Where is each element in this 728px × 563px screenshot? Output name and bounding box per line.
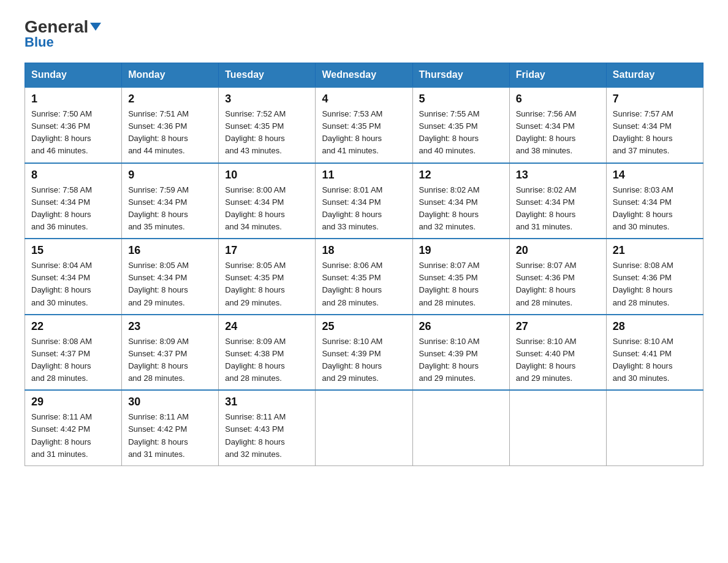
calendar-cell: 31 Sunrise: 8:11 AMSunset: 4:43 PMDaylig… [219, 390, 316, 465]
calendar-week-2: 8 Sunrise: 7:58 AMSunset: 4:34 PMDayligh… [25, 163, 703, 239]
calendar-cell: 1 Sunrise: 7:50 AMSunset: 4:36 PMDayligh… [25, 87, 122, 163]
day-number: 1 [31, 93, 115, 105]
day-info: Sunrise: 8:00 AMSunset: 4:34 PMDaylight:… [225, 185, 286, 231]
calendar-cell [606, 390, 703, 465]
day-info: Sunrise: 8:01 AMSunset: 4:34 PMDaylight:… [322, 185, 382, 231]
day-info: Sunrise: 8:10 AMSunset: 4:41 PMDaylight:… [613, 337, 673, 383]
calendar-cell [316, 390, 412, 465]
day-info: Sunrise: 8:02 AMSunset: 4:34 PMDaylight:… [516, 185, 577, 231]
calendar-cell: 26 Sunrise: 8:10 AMSunset: 4:39 PMDaylig… [412, 315, 509, 391]
day-number: 4 [322, 93, 406, 105]
day-number: 18 [322, 244, 406, 257]
calendar-cell: 3 Sunrise: 7:52 AMSunset: 4:35 PMDayligh… [219, 87, 316, 163]
calendar-cell: 17 Sunrise: 8:05 AMSunset: 4:35 PMDaylig… [219, 239, 316, 315]
day-info: Sunrise: 8:07 AMSunset: 4:36 PMDaylight:… [516, 261, 577, 307]
calendar-week-3: 15 Sunrise: 8:04 AMSunset: 4:34 PMDaylig… [25, 239, 703, 315]
day-number: 16 [128, 244, 212, 257]
calendar-cell: 21 Sunrise: 8:08 AMSunset: 4:36 PMDaylig… [606, 239, 703, 315]
day-info: Sunrise: 7:55 AMSunset: 4:35 PMDaylight:… [419, 109, 480, 155]
day-info: Sunrise: 7:58 AMSunset: 4:34 PMDaylight:… [31, 185, 92, 231]
calendar-week-1: 1 Sunrise: 7:50 AMSunset: 4:36 PMDayligh… [25, 87, 703, 163]
day-info: Sunrise: 8:05 AMSunset: 4:35 PMDaylight:… [225, 261, 286, 307]
day-number: 21 [613, 244, 697, 257]
calendar-cell: 24 Sunrise: 8:09 AMSunset: 4:38 PMDaylig… [219, 315, 316, 391]
day-number: 19 [419, 244, 503, 257]
day-number: 2 [128, 93, 212, 105]
day-number: 25 [322, 320, 406, 333]
day-info: Sunrise: 7:59 AMSunset: 4:34 PMDaylight:… [128, 185, 189, 231]
day-number: 30 [128, 396, 212, 408]
day-info: Sunrise: 8:07 AMSunset: 4:35 PMDaylight:… [419, 261, 480, 307]
calendar-cell: 8 Sunrise: 7:58 AMSunset: 4:34 PMDayligh… [25, 163, 122, 239]
day-info: Sunrise: 8:09 AMSunset: 4:38 PMDaylight:… [225, 337, 286, 383]
weekday-header-wednesday: Wednesday [316, 63, 412, 88]
calendar-cell: 4 Sunrise: 7:53 AMSunset: 4:35 PMDayligh… [316, 87, 412, 163]
weekday-header-thursday: Thursday [412, 63, 509, 88]
calendar-cell: 7 Sunrise: 7:57 AMSunset: 4:34 PMDayligh… [606, 87, 703, 163]
calendar-cell: 22 Sunrise: 8:08 AMSunset: 4:37 PMDaylig… [25, 315, 122, 391]
day-number: 23 [128, 320, 212, 333]
day-info: Sunrise: 8:11 AMSunset: 4:43 PMDaylight:… [225, 412, 286, 458]
day-info: Sunrise: 8:06 AMSunset: 4:35 PMDaylight:… [322, 261, 382, 307]
day-number: 27 [516, 320, 600, 333]
day-number: 13 [516, 169, 600, 182]
day-info: Sunrise: 7:53 AMSunset: 4:35 PMDaylight:… [322, 109, 382, 155]
day-info: Sunrise: 8:10 AMSunset: 4:39 PMDaylight:… [322, 337, 382, 383]
day-number: 29 [31, 396, 115, 408]
day-info: Sunrise: 7:50 AMSunset: 4:36 PMDaylight:… [31, 109, 92, 155]
day-info: Sunrise: 8:04 AMSunset: 4:34 PMDaylight:… [31, 261, 92, 307]
weekday-header-saturday: Saturday [606, 63, 703, 88]
calendar-cell [509, 390, 606, 465]
day-info: Sunrise: 8:11 AMSunset: 4:42 PMDaylight:… [31, 412, 92, 458]
calendar-cell: 16 Sunrise: 8:05 AMSunset: 4:34 PMDaylig… [122, 239, 219, 315]
calendar-cell: 29 Sunrise: 8:11 AMSunset: 4:42 PMDaylig… [25, 390, 122, 465]
logo-blue: Blue [25, 34, 54, 50]
calendar-week-5: 29 Sunrise: 8:11 AMSunset: 4:42 PMDaylig… [25, 390, 703, 465]
day-number: 15 [31, 244, 115, 257]
calendar-cell: 11 Sunrise: 8:01 AMSunset: 4:34 PMDaylig… [316, 163, 412, 239]
day-info: Sunrise: 8:10 AMSunset: 4:39 PMDaylight:… [419, 337, 480, 383]
day-number: 20 [516, 244, 600, 257]
day-info: Sunrise: 7:52 AMSunset: 4:35 PMDaylight:… [225, 109, 286, 155]
calendar-cell: 14 Sunrise: 8:03 AMSunset: 4:34 PMDaylig… [606, 163, 703, 239]
day-info: Sunrise: 8:03 AMSunset: 4:34 PMDaylight:… [613, 185, 673, 231]
day-info: Sunrise: 7:57 AMSunset: 4:34 PMDaylight:… [613, 109, 673, 155]
day-info: Sunrise: 8:05 AMSunset: 4:34 PMDaylight:… [128, 261, 189, 307]
calendar-cell: 12 Sunrise: 8:02 AMSunset: 4:34 PMDaylig… [412, 163, 509, 239]
day-number: 9 [128, 169, 212, 182]
weekday-header-row: SundayMondayTuesdayWednesdayThursdayFrid… [25, 63, 703, 88]
calendar-cell: 19 Sunrise: 8:07 AMSunset: 4:35 PMDaylig… [412, 239, 509, 315]
day-number: 31 [225, 396, 309, 408]
calendar-cell: 5 Sunrise: 7:55 AMSunset: 4:35 PMDayligh… [412, 87, 509, 163]
weekday-header-friday: Friday [509, 63, 606, 88]
calendar-cell [412, 390, 509, 465]
day-info: Sunrise: 7:51 AMSunset: 4:36 PMDaylight:… [128, 109, 189, 155]
calendar-cell: 6 Sunrise: 7:56 AMSunset: 4:34 PMDayligh… [509, 87, 606, 163]
weekday-header-sunday: Sunday [25, 63, 122, 88]
calendar-cell: 27 Sunrise: 8:10 AMSunset: 4:40 PMDaylig… [509, 315, 606, 391]
calendar-cell: 28 Sunrise: 8:10 AMSunset: 4:41 PMDaylig… [606, 315, 703, 391]
logo: General Blue [25, 18, 101, 50]
day-number: 22 [31, 320, 115, 333]
day-info: Sunrise: 7:56 AMSunset: 4:34 PMDaylight:… [516, 109, 577, 155]
day-number: 3 [225, 93, 309, 105]
weekday-header-tuesday: Tuesday [219, 63, 316, 88]
day-info: Sunrise: 8:11 AMSunset: 4:42 PMDaylight:… [128, 412, 189, 458]
day-info: Sunrise: 8:08 AMSunset: 4:37 PMDaylight:… [31, 337, 92, 383]
calendar-cell: 13 Sunrise: 8:02 AMSunset: 4:34 PMDaylig… [509, 163, 606, 239]
day-number: 5 [419, 93, 503, 105]
day-number: 11 [322, 169, 406, 182]
day-number: 26 [419, 320, 503, 333]
calendar-cell: 23 Sunrise: 8:09 AMSunset: 4:37 PMDaylig… [122, 315, 219, 391]
day-number: 12 [419, 169, 503, 182]
day-number: 17 [225, 244, 309, 257]
day-info: Sunrise: 8:10 AMSunset: 4:40 PMDaylight:… [516, 337, 577, 383]
calendar-cell: 15 Sunrise: 8:04 AMSunset: 4:34 PMDaylig… [25, 239, 122, 315]
calendar-cell: 2 Sunrise: 7:51 AMSunset: 4:36 PMDayligh… [122, 87, 219, 163]
calendar-cell: 20 Sunrise: 8:07 AMSunset: 4:36 PMDaylig… [509, 239, 606, 315]
day-number: 14 [613, 169, 697, 182]
day-number: 7 [613, 93, 697, 105]
day-info: Sunrise: 8:09 AMSunset: 4:37 PMDaylight:… [128, 337, 189, 383]
calendar-cell: 18 Sunrise: 8:06 AMSunset: 4:35 PMDaylig… [316, 239, 412, 315]
calendar-table: SundayMondayTuesdayWednesdayThursdayFrid… [25, 63, 703, 466]
